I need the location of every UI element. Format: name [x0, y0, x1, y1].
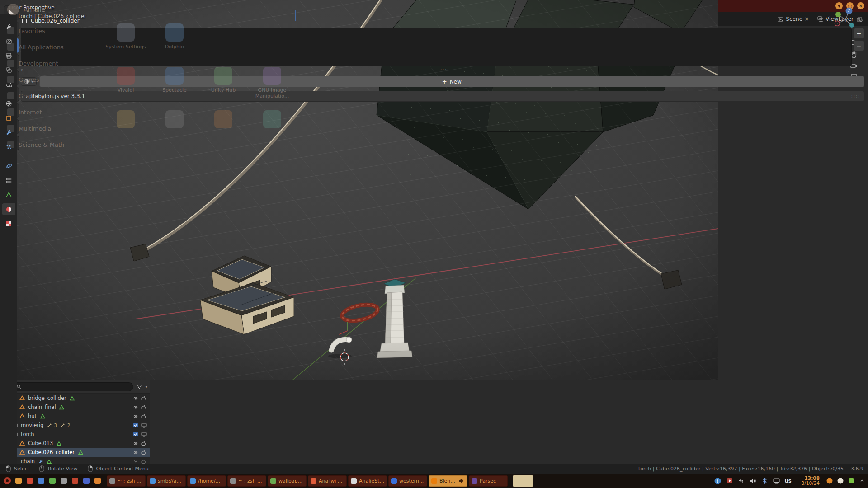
app-menu-icon[interactable]: [2, 476, 12, 486]
breadcrumb-object-name: Cube.026_collider: [31, 18, 80, 24]
middle-mouse-button-icon: [38, 465, 46, 473]
clock[interactable]: 13:08 3/10/24: [802, 476, 820, 486]
volume-icon: [458, 477, 465, 484]
keyboard-layout-indicator[interactable]: us: [784, 478, 791, 484]
output-tab-icon: [5, 52, 12, 59]
world-tab-icon: [5, 100, 12, 107]
launcher-6-icon[interactable]: [59, 476, 69, 486]
statusbar-hint: Rotate View: [38, 465, 78, 473]
tray-green-icon[interactable]: [847, 477, 855, 485]
app-icon: [150, 478, 156, 484]
material-tab-icon: [5, 206, 12, 213]
volume-icon[interactable]: [749, 477, 757, 485]
constraints-tab-button[interactable]: [2, 174, 15, 186]
statusbar-hint-label: Rotate View: [48, 466, 78, 472]
app-icon: [351, 478, 357, 484]
blender-version: 3.6.9: [851, 466, 863, 472]
launcher-5-icon[interactable]: [47, 476, 57, 486]
app-icon: [230, 478, 236, 484]
texture-tab-icon: [5, 221, 12, 227]
blank-window-button[interactable]: [513, 475, 533, 487]
taskbar-window-button[interactable]: AnalieSt...: [348, 475, 387, 487]
app-icon: [472, 478, 477, 484]
statusbar-hint-label: Object Context Menu: [96, 466, 149, 472]
material-tab-button[interactable]: [2, 203, 15, 215]
right-mouse-button-icon: [87, 465, 94, 473]
svg-text:i: i: [717, 479, 719, 483]
taskbar-window-label: ~ : zsh ...: [118, 478, 141, 484]
tray-orange-icon[interactable]: [826, 477, 833, 485]
taskbar-window-label: western...: [399, 478, 424, 484]
app-icon: [270, 478, 276, 484]
properties-tab-strip: [0, 14, 17, 488]
status-bar: SelectRotate ViewObject Context Menu tor…: [0, 464, 868, 474]
launcher-3-icon[interactable]: [25, 476, 35, 486]
taskbar-window-label: smb://a...: [158, 478, 181, 484]
app-icon: [190, 478, 196, 484]
constraints-tab-icon: [5, 177, 12, 184]
app-icon: [391, 478, 397, 484]
data-tab-button[interactable]: [2, 189, 15, 201]
taskbar-window-label: ~ : zsh ...: [238, 478, 262, 484]
statusbar-hint: Select: [5, 465, 29, 473]
updates-icon[interactable]: [737, 477, 745, 485]
taskbar-window-label: AnaTwi ...: [319, 478, 342, 484]
app-icon: [109, 478, 115, 484]
taskbar-window-button[interactable]: wallpap...: [268, 475, 307, 487]
taskbar-window-label: Parsec: [480, 478, 496, 484]
slot-specials-icon[interactable]: ▾: [21, 68, 23, 72]
launcher-9-icon[interactable]: [93, 476, 103, 486]
statusbar-hint: Object Context Menu: [87, 465, 149, 473]
tray-collapse-icon[interactable]: [858, 477, 866, 485]
taskbar-window-label: wallpap...: [278, 478, 302, 484]
texture-tab-button[interactable]: [2, 218, 15, 230]
taskbar-window-button[interactable]: smb://a...: [147, 475, 186, 487]
display-icon[interactable]: [773, 477, 780, 485]
data-tab-icon: [5, 192, 12, 198]
object-icon: [21, 17, 28, 24]
bluetooth-icon[interactable]: [761, 477, 769, 485]
launcher-7-icon[interactable]: [70, 476, 80, 486]
taskbar-window-button[interactable]: western...: [388, 475, 427, 487]
statusbar-hint-label: Select: [14, 466, 29, 472]
app-icon: [311, 478, 316, 484]
taskbar-window-button[interactable]: /home/...: [187, 475, 226, 487]
taskbar-window-label: /home/...: [198, 478, 220, 484]
scene-stats: torch | Cube.026_collider | Verts:16,397…: [638, 466, 844, 472]
clock-date: 3/10/24: [802, 481, 820, 486]
physics-tab-icon: [5, 163, 12, 169]
playhead-line: [295, 10, 296, 21]
app-icon: [431, 478, 437, 484]
left-mouse-button-icon: [5, 465, 12, 473]
screen: Blender [/home/amalie/Desktop/blender/mi…: [0, 0, 868, 488]
taskbar-window-button[interactable]: Parsec: [469, 475, 508, 487]
physics-tab-button[interactable]: [2, 160, 15, 172]
taskbar-window-button[interactable]: ~ : zsh ...: [227, 475, 266, 487]
viewlayer-tab-icon: [5, 67, 12, 74]
launcher-8-icon[interactable]: [81, 476, 91, 486]
taskbar-window-label: AnalieSt...: [359, 478, 384, 484]
launcher-2-icon[interactable]: [14, 476, 24, 486]
media-player-icon[interactable]: [726, 477, 733, 485]
taskbar-window-button[interactable]: AnaTwi ...: [308, 475, 347, 487]
os-taskbar: ~ : zsh ...smb://a.../home/...~ : zsh ..…: [0, 474, 868, 488]
taskbar-window-button[interactable]: Blen...: [429, 475, 467, 487]
launcher-4-icon[interactable]: [36, 476, 46, 486]
tray-light-icon[interactable]: [836, 477, 844, 485]
info-icon[interactable]: i: [714, 477, 722, 485]
taskbar-window-label: Blen...: [439, 478, 455, 484]
taskbar-window-button[interactable]: ~ : zsh ...: [107, 475, 146, 487]
